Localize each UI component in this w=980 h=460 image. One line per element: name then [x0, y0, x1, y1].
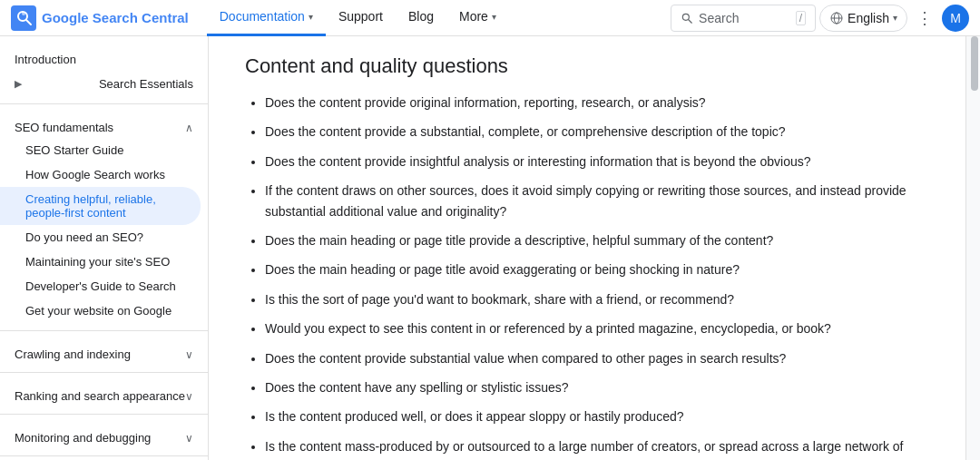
nav-more[interactable]: More ▾ — [446, 0, 509, 36]
sidebar-item-get-website[interactable]: Get your website on Google — [0, 299, 208, 323]
search-box[interactable]: Search / — [671, 5, 816, 32]
search-icon — [681, 12, 693, 24]
scrollbar-track[interactable] — [971, 36, 978, 460]
sidebar-item-seo-starter[interactable]: SEO Starter Guide — [0, 138, 208, 162]
divider-2 — [0, 330, 208, 331]
top-nav: Google Search Central Documentation ▾ Su… — [0, 0, 980, 36]
language-selector[interactable]: English ▾ — [819, 5, 907, 32]
bullet-item: Is this the sort of page you'd want to b… — [265, 289, 929, 309]
main-layout: Introduction ▶ Search Essentials SEO fun… — [0, 36, 980, 460]
nav-blog[interactable]: Blog — [396, 0, 446, 36]
globe-icon — [829, 11, 844, 25]
right-scroll-panel — [965, 36, 980, 460]
sidebar-section-ranking[interactable]: Ranking and search appearance ∨ — [0, 380, 208, 406]
sidebar-item-maintaining[interactable]: Maintaining your site's SEO — [0, 250, 208, 274]
bullet-item: Does the content have any spelling or st… — [265, 377, 929, 397]
logo-text: Google Search Central — [42, 10, 189, 25]
divider-4 — [0, 414, 208, 415]
more-options-button[interactable]: ⋮ — [911, 5, 938, 32]
content-area: Content and quality questions Does the c… — [209, 36, 965, 460]
bullet-item: If the content draws on other sources, d… — [265, 181, 929, 221]
bullet-item: Does the content provide original inform… — [265, 93, 929, 113]
more-chevron-icon: ▾ — [492, 12, 496, 22]
svg-point-4 — [682, 14, 689, 20]
search-shortcut: / — [796, 11, 806, 25]
nav-documentation[interactable]: Documentation ▾ — [207, 0, 326, 36]
user-avatar[interactable]: M — [942, 5, 969, 32]
bullet-list: Does the content provide original inform… — [245, 93, 929, 460]
monitoring-chevron-icon: ∨ — [185, 432, 193, 445]
divider-3 — [0, 372, 208, 373]
nav-links: Documentation ▾ Support Blog More ▾ — [207, 0, 671, 36]
bullet-item: Does the main heading or page title prov… — [265, 230, 929, 250]
sidebar-item-developer-guide[interactable]: Developer's Guide to Search — [0, 274, 208, 299]
language-chevron-icon: ▾ — [893, 13, 897, 23]
seo-fundamentals-chevron-icon: ∧ — [185, 122, 193, 134]
bullet-item: Does the content provide a substantial, … — [265, 122, 929, 142]
svg-point-3 — [22, 12, 25, 15]
bullet-item: Would you expect to see this content in … — [265, 318, 929, 338]
sidebar-item-search-essentials[interactable]: ▶ Search Essentials — [0, 72, 208, 96]
sidebar-section-seo-fundamentals[interactable]: SEO fundamentals ∧ — [0, 112, 208, 138]
divider-1 — [0, 103, 208, 104]
scrollbar-thumb[interactable] — [971, 36, 978, 91]
search-essentials-arrow-icon: ▶ — [15, 78, 22, 90]
sidebar-item-introduction[interactable]: Introduction — [0, 47, 208, 72]
documentation-chevron-icon: ▾ — [309, 12, 313, 22]
divider-5 — [0, 455, 208, 456]
crawling-chevron-icon: ∨ — [185, 348, 193, 361]
google-search-central-logo-icon — [11, 5, 36, 31]
page-title: Content and quality questions — [245, 54, 929, 78]
sidebar-item-do-you-need[interactable]: Do you need an SEO? — [0, 225, 208, 250]
ranking-chevron-icon: ∨ — [185, 390, 193, 403]
sidebar-section-monitoring[interactable]: Monitoring and debugging ∨ — [0, 422, 208, 448]
bullet-item: Does the content provide substantial val… — [265, 348, 929, 368]
sidebar: Introduction ▶ Search Essentials SEO fun… — [0, 36, 209, 460]
bullet-item: Does the content provide insightful anal… — [265, 152, 929, 171]
search-placeholder: Search — [699, 11, 790, 25]
nav-support[interactable]: Support — [326, 0, 396, 36]
logo[interactable]: Google Search Central — [11, 5, 189, 31]
svg-rect-0 — [11, 5, 36, 31]
bullet-item: Is the content produced well, or does it… — [265, 406, 929, 426]
sidebar-section-crawling[interactable]: Crawling and indexing ∨ — [0, 338, 208, 365]
bullet-item: Does the main heading or page title avoi… — [265, 259, 929, 279]
language-label: English — [848, 11, 889, 25]
nav-right: Search / English ▾ ⋮ M — [671, 5, 969, 32]
svg-line-5 — [689, 19, 692, 23]
bullet-item: Is the content mass-produced by or outso… — [265, 436, 929, 460]
sidebar-item-creating-helpful[interactable]: Creating helpful, reliable, people-first… — [0, 187, 201, 225]
sidebar-item-how-google[interactable]: How Google Search works — [0, 162, 208, 187]
